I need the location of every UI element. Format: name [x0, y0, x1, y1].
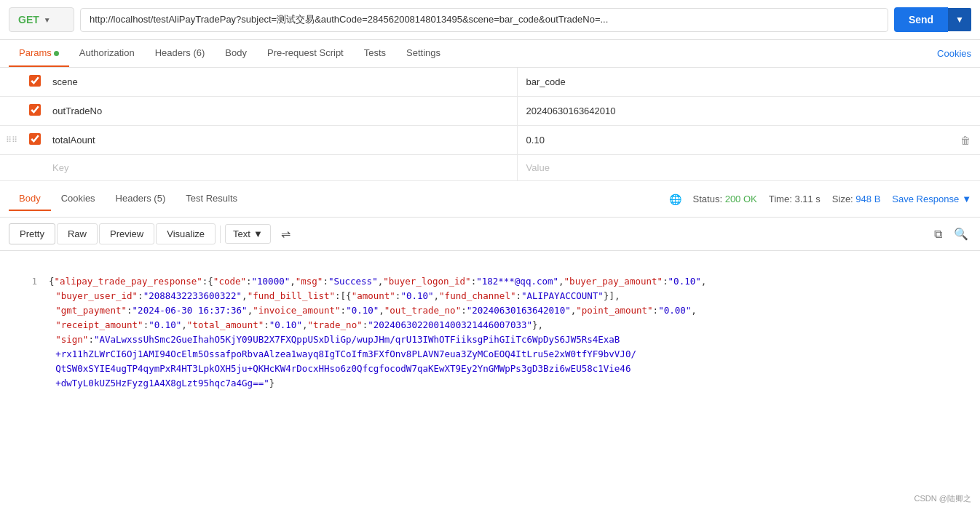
line-number-1: 1 [23, 274, 37, 289]
param-checkbox-2[interactable] [29, 133, 41, 145]
save-response-button[interactable]: Save Response ▼ [892, 194, 971, 204]
checkbox-cell [23, 68, 47, 97]
tab-authorization[interactable]: Authorization [69, 40, 145, 67]
tab-prerequest[interactable]: Pre-request Script [257, 40, 354, 67]
action-cell [951, 68, 980, 97]
params-table: scene bar_code outTradeNo 20240630163642… [0, 68, 980, 181]
url-bar: GET ▼ Send ▼ [0, 0, 980, 40]
param-value-0[interactable]: bar_code [517, 68, 951, 97]
size-label: Size: 948 B [832, 194, 881, 204]
time-value: 3.11 s [794, 194, 820, 204]
format-bar-right: ⧉ 🔍 [931, 224, 971, 244]
table-row: scene bar_code [0, 68, 980, 97]
resp-tab-test-results[interactable]: Test Results [175, 187, 248, 211]
checkbox-cell [23, 126, 47, 155]
time-label: Time: 3.11 s [769, 194, 821, 204]
save-response-chevron-icon: ▼ [962, 194, 971, 204]
url-input[interactable] [80, 8, 888, 32]
param-checkbox-1[interactable] [29, 104, 41, 116]
size-value: 948 B [855, 194, 880, 204]
search-icon[interactable]: 🔍 [951, 224, 971, 244]
send-button-group: Send ▼ [894, 7, 971, 32]
json-response-area: 1{"alipay_trade_pay_response":{"code":"1… [0, 251, 980, 399]
tab-settings[interactable]: Settings [396, 40, 451, 67]
response-tabs: Body Cookies Headers (5) Test Results [9, 187, 248, 211]
wrap-icon[interactable]: ⇌ [278, 224, 293, 244]
format-type-dropdown[interactable]: Text ▼ [225, 224, 271, 244]
format-visualize-button[interactable]: Visualize [156, 223, 216, 244]
tab-body[interactable]: Body [215, 40, 257, 67]
format-raw-button[interactable]: Raw [57, 223, 98, 244]
drag-handle [0, 97, 23, 126]
format-preview-button[interactable]: Preview [99, 223, 154, 244]
param-checkbox-0[interactable] [29, 75, 41, 87]
format-bar: Pretty Raw Preview Visualize Text ▼ ⇌ ⧉ … [0, 218, 980, 251]
resp-tab-cookies[interactable]: Cookies [51, 187, 106, 211]
drag-handle [0, 68, 23, 97]
param-key-0[interactable]: scene [47, 68, 517, 97]
response-meta: 🌐 Status: 200 OK Time: 3.11 s Size: 948 … [669, 194, 971, 205]
resp-tab-body[interactable]: Body [9, 187, 51, 211]
resp-tab-headers[interactable]: Headers (5) [106, 187, 176, 211]
table-row: ⠿⠿ totalAount 0.10 🗑 [0, 126, 980, 155]
param-key-2[interactable]: totalAount [47, 126, 517, 155]
table-row-empty: Key Value [0, 155, 980, 181]
status-value: 200 OK [725, 194, 757, 204]
param-value-2[interactable]: 0.10 [517, 126, 951, 155]
param-value-placeholder[interactable]: Value [517, 155, 951, 181]
method-label: GET [18, 14, 39, 25]
tab-tests[interactable]: Tests [354, 40, 396, 67]
param-value-1[interactable]: 20240630163642010 [517, 97, 951, 126]
tab-params[interactable]: Params [9, 40, 69, 67]
request-tabs: Params Authorization Headers (6) Body Pr… [0, 40, 980, 68]
method-select[interactable]: GET ▼ [9, 7, 74, 32]
table-row: outTradeNo 20240630163642010 [0, 97, 980, 126]
checkbox-cell [23, 97, 47, 126]
response-header: Body Cookies Headers (5) Test Results 🌐 … [0, 181, 980, 218]
action-cell [951, 97, 980, 126]
drag-handle [0, 155, 23, 181]
param-key-placeholder[interactable]: Key [47, 155, 517, 181]
delete-param-2[interactable]: 🗑 [951, 126, 980, 155]
copy-icon[interactable]: ⧉ [931, 225, 945, 244]
send-button[interactable]: Send [894, 7, 948, 32]
params-dot [54, 51, 59, 56]
trash-icon[interactable]: 🗑 [960, 135, 971, 146]
send-dropdown-button[interactable]: ▼ [948, 8, 971, 31]
method-chevron-icon: ▼ [44, 16, 51, 24]
checkbox-cell [23, 155, 47, 181]
globe-icon: 🌐 [669, 194, 681, 205]
format-type-chevron-icon: ▼ [253, 228, 263, 239]
action-cell [951, 155, 980, 181]
cookies-link[interactable]: Cookies [937, 41, 971, 66]
drag-handle: ⠿⠿ [0, 126, 23, 155]
tab-headers[interactable]: Headers (6) [145, 40, 216, 67]
param-key-1[interactable]: outTradeNo [47, 97, 517, 126]
format-pretty-button[interactable]: Pretty [9, 223, 55, 244]
format-separator [220, 226, 221, 243]
status-label: Status: 200 OK [693, 194, 757, 204]
